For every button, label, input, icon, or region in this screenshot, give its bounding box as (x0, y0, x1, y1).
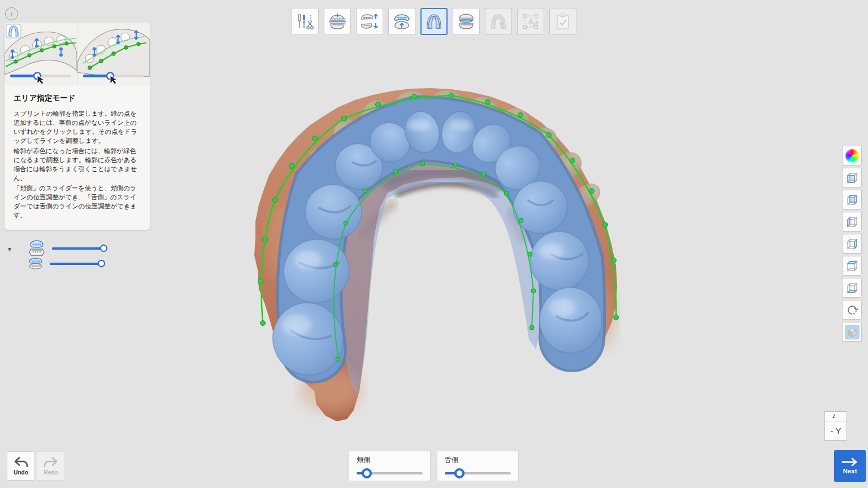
label-tool-icon: A (521, 12, 540, 31)
prep-tools-icon (296, 12, 315, 31)
color-settings-button[interactable] (842, 146, 862, 165)
axis-gizmo: - z - Y (824, 411, 847, 441)
lingual-slider-card: 舌側 (437, 451, 519, 481)
help-paragraph: 「頬側」のスライダーを使うと、頬側のラインの位置調整ができ、「舌側」のスライダー… (14, 184, 141, 220)
workflow-toolbar: A (292, 8, 576, 35)
slider-knob[interactable] (98, 260, 105, 267)
redo-label: Redo (44, 469, 58, 476)
lingual-slider[interactable] (445, 468, 511, 478)
buccal-label: 頬側 (357, 455, 423, 465)
buccal-slider-card: 頬側 (349, 451, 431, 481)
help-title: エリア指定モード (14, 93, 141, 103)
cube-right-icon (845, 237, 859, 251)
toolbar-button-finalize (549, 8, 576, 35)
both-jaws-icon (27, 239, 46, 258)
slider-knob[interactable] (100, 245, 107, 252)
help-paragraph: 輪郭が赤色になった場合には、輪郭が緑色になるまで調整します。輪郭に赤色がある場合… (14, 146, 141, 182)
occlusion-plane-icon (328, 12, 347, 31)
view-toolbar (842, 146, 862, 342)
info-icon[interactable]: i (5, 7, 18, 20)
view-left-button[interactable] (842, 212, 862, 232)
next-button[interactable]: Next (834, 450, 866, 482)
axis-y-label: - Y (824, 421, 847, 441)
redo-arrow-icon (44, 457, 58, 468)
toolbar-button-occlusion-plane[interactable] (324, 8, 351, 35)
buccal-slider[interactable] (357, 468, 423, 478)
cube-top-icon (845, 259, 859, 273)
cube-left-icon (845, 215, 859, 229)
splint-layer-icon (27, 258, 44, 270)
toolbar-button-splint-insertion[interactable] (388, 8, 415, 35)
next-arrow-icon (841, 457, 858, 467)
toolbar-button-bite-adjust[interactable] (453, 8, 480, 35)
color-wheel-icon (845, 149, 859, 163)
undo-button[interactable]: Undo (7, 451, 35, 481)
help-paragraph: スプリントの輪郭を指定します。緑の点を追加するには、事前の点がないライン上のいず… (14, 109, 141, 145)
help-thumbnail-lingual (77, 23, 150, 85)
area-mode-icon (424, 12, 444, 31)
bite-adjust-icon (457, 12, 476, 31)
rotate-icon (845, 303, 859, 317)
collapse-caret-icon[interactable]: ▼ (7, 246, 12, 252)
view-right-button[interactable] (842, 234, 862, 254)
toolbar-button-area-mode[interactable] (420, 8, 448, 35)
view-back-button[interactable] (842, 190, 862, 210)
both-jaws-opacity-slider[interactable] (52, 243, 104, 254)
help-panel: エリア指定モード スプリントの輪郭を指定します。緑の点を追加するには、事前の点が… (5, 23, 150, 230)
help-thumbnails (5, 23, 150, 85)
splint-shape-icon (489, 12, 508, 31)
solid-view-button[interactable] (842, 322, 862, 342)
solid-cube-icon (847, 326, 858, 338)
cube-front-icon (845, 171, 859, 185)
undo-label: Undo (14, 469, 28, 476)
toolbar-button-label-tool: A (517, 8, 544, 35)
axis-z-label: - z (824, 411, 847, 421)
view-front-button[interactable] (842, 168, 862, 188)
finalize-icon (553, 12, 572, 31)
view-bottom-button[interactable] (842, 278, 862, 298)
rotate-view-button[interactable] (842, 300, 862, 320)
view-top-button[interactable] (842, 256, 862, 276)
toolbar-button-model-height[interactable] (356, 8, 383, 35)
cube-bottom-icon (845, 281, 859, 295)
splint-designer-app: i (0, 0, 868, 488)
toolbar-button-prep-tools[interactable] (292, 8, 319, 35)
slider-knob[interactable] (454, 468, 465, 478)
next-label: Next (843, 468, 857, 474)
slider-knob[interactable] (362, 468, 372, 478)
toolbar-button-splint-shape (485, 8, 512, 35)
help-thumbnail-buccal (5, 23, 77, 85)
model-height-icon (360, 12, 379, 31)
lingual-label: 舌側 (445, 455, 511, 465)
redo-button: Redo (37, 451, 65, 481)
splint-opacity-slider[interactable] (50, 259, 102, 269)
undo-arrow-icon (14, 457, 28, 468)
cube-back-icon (845, 193, 859, 207)
splint-insertion-icon (392, 12, 411, 31)
